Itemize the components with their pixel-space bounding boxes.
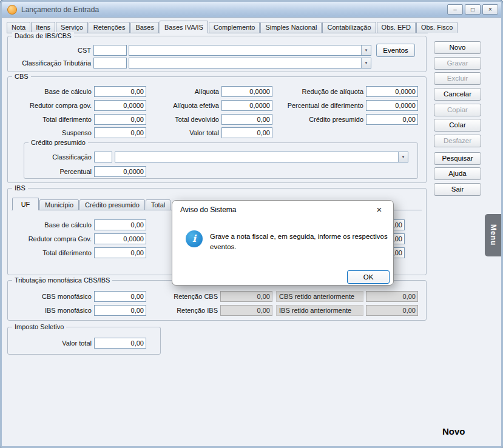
cbs-redutor-compra-gov-input[interactable]: 0,0000 <box>94 100 146 111</box>
ibs-total-diferimento-input[interactable]: 0,00 <box>94 247 146 258</box>
cbs-suspenso-input[interactable]: 0,00 <box>94 127 146 138</box>
close-icon[interactable]: × <box>482 4 498 15</box>
ibs-monofasico-label: IBS monofásico <box>14 305 92 316</box>
copiar-button[interactable]: Copiar <box>434 104 481 116</box>
ibs-base-de-calculo-input[interactable]: 0,00 <box>94 219 146 230</box>
maximize-icon[interactable]: □ <box>465 4 481 15</box>
ibs-redutor-compra-gov-input[interactable]: 0,0000 <box>94 233 146 244</box>
cbs-credito-presumido-label: Crédito presumido <box>275 114 363 125</box>
tab-itens[interactable]: Itens <box>31 22 55 33</box>
group-ibs-legend: IBS <box>12 184 28 192</box>
ibs-tab-total[interactable]: Total <box>146 199 170 210</box>
cbs-monofasico-input[interactable]: 0,00 <box>94 291 146 302</box>
group-imposto-seletivo-legend: Imposto Seletivo <box>12 323 66 331</box>
novo-button[interactable]: Novo <box>434 41 481 54</box>
pesquisar-button[interactable]: Pesquisar <box>434 152 481 165</box>
retencao-cbs-input[interactable]: 0,00 <box>220 291 272 302</box>
ibs-base-de-calculo-label: Base de cálculo <box>14 219 92 230</box>
cst-combobox[interactable]: ▼ <box>129 45 371 56</box>
cbs-aliquota-input[interactable]: 0,0000 <box>221 86 272 97</box>
app-window: Lançamento de Entrada – □ × Nota Itens S… <box>0 0 503 448</box>
cbs-credito-presumido-input[interactable]: 0,00 <box>366 114 418 125</box>
cbs-aliquota-efetiva-input[interactable]: 0,0000 <box>221 100 272 111</box>
tab-obs-fisco[interactable]: Obs. Fisco <box>416 22 458 33</box>
window-controls: – □ × <box>447 4 498 15</box>
tab-bases[interactable]: Bases <box>130 22 159 33</box>
cbs-retido-anteriormente-label: CBS retido anteriormente <box>276 291 363 302</box>
ibs-retido-anteriormente-label: IBS retido anteriormente <box>276 305 363 316</box>
retencao-cbs-label: Retenção CBS <box>155 291 218 302</box>
dropdown-arrow-icon[interactable]: ▼ <box>398 152 408 162</box>
dropdown-arrow-icon[interactable]: ▼ <box>361 58 371 68</box>
group-monofasica-legend: Tributação monofásica CBS/IBS <box>12 276 112 284</box>
tab-bar: Nota Itens Serviço Retenções Bases Bases… <box>7 21 428 33</box>
minimize-icon[interactable]: – <box>447 4 463 15</box>
classificacao-tributaria-label: Classificação Tributária <box>14 58 91 69</box>
ibs-monofasico-input[interactable]: 0,00 <box>94 305 146 316</box>
cancelar-button[interactable]: Cancelar <box>434 88 481 101</box>
ok-button[interactable]: OK <box>347 270 390 284</box>
classificacao-tributaria-combobox[interactable]: ▼ <box>129 58 371 69</box>
window-titlebar[interactable]: Lançamento de Entrada – □ × <box>2 2 501 18</box>
cbs-aliquota-label: Alíquota <box>149 86 219 97</box>
menu-slide-tab[interactable]: Menu <box>485 214 501 256</box>
cbs-valor-total-input[interactable]: 0,00 <box>221 127 272 138</box>
colar-button[interactable]: Colar <box>434 119 481 132</box>
cbs-total-devolvido-input[interactable]: 0,00 <box>221 114 272 125</box>
cbs-percentual-diferimento-label: Percentual de diferimento <box>275 100 363 111</box>
cbs-retido-anteriormente-input[interactable]: 0,00 <box>366 291 418 302</box>
cp-classificacao-code-input[interactable] <box>94 152 112 162</box>
system-notice-dialog: Aviso do Sistema × i Grave a nota fiscal… <box>172 200 394 286</box>
tab-bases-iva-is[interactable]: Bases IVA/IS <box>160 21 208 33</box>
cbs-base-de-calculo-label: Base de cálculo <box>14 86 92 97</box>
desfazer-button[interactable]: Desfazer <box>434 135 481 147</box>
ibs-tab-bar: Município Crédito presumido Total <box>39 199 170 210</box>
tab-contabilizacao[interactable]: Contabilização <box>322 22 376 33</box>
cp-classificacao-label: Classificação <box>29 152 92 162</box>
sair-button[interactable]: Sair <box>434 183 481 196</box>
classificacao-tributaria-code-input[interactable] <box>93 58 127 69</box>
cbs-total-devolvido-label: Total devolvido <box>149 114 219 125</box>
ibs-retido-anteriormente-input[interactable]: 0,00 <box>366 305 418 316</box>
eventos-button[interactable]: Eventos <box>376 44 415 57</box>
dialog-message: Grave a nota fiscal e, em seguida, infor… <box>210 232 399 252</box>
tab-nota[interactable]: Nota <box>7 22 30 33</box>
tab-complemento[interactable]: Complemento <box>209 22 260 33</box>
cp-classificacao-combobox[interactable]: ▼ <box>115 152 408 162</box>
ibs-tab-uf[interactable]: UF <box>12 198 39 210</box>
cst-label: CST <box>14 45 91 56</box>
cbs-aliquota-efetiva-label: Alíquota efetiva <box>149 100 219 111</box>
excluir-button[interactable]: Excluir <box>434 72 481 85</box>
cbs-base-de-calculo-input[interactable]: 0,00 <box>94 86 146 97</box>
tab-simples-nacional[interactable]: Simples Nacional <box>260 22 322 33</box>
ibs-redutor-compra-gov-label: Redutor compra Gov. <box>14 233 92 244</box>
tab-servico[interactable]: Serviço <box>56 22 88 33</box>
tab-obs-efd[interactable]: Obs. EFD <box>377 22 416 33</box>
ibs-tab-municipio[interactable]: Município <box>39 199 79 210</box>
cbs-percentual-diferimento-input[interactable]: 0,0000 <box>366 100 418 111</box>
seletivo-valor-total-label: Valor total <box>14 338 92 349</box>
ajuda-button[interactable]: Ajuda <box>434 167 481 180</box>
cbs-total-diferimento-input[interactable]: 0,00 <box>94 114 146 125</box>
cbs-valor-total-label: Valor total <box>149 127 219 138</box>
cbs-reducao-aliquota-input[interactable]: 0,0000 <box>366 86 418 97</box>
status-mode-label: Novo <box>442 426 465 436</box>
window-title: Lançamento de Entrada <box>21 2 99 18</box>
group-cbs-legend: CBS <box>12 73 31 81</box>
cbs-reducao-aliquota-label: Redução de alíquota <box>275 86 363 97</box>
seletivo-valor-total-input[interactable]: 0,00 <box>94 338 146 349</box>
info-icon: i <box>186 230 203 247</box>
dropdown-arrow-icon[interactable]: ▼ <box>361 45 371 55</box>
cst-code-input[interactable] <box>93 45 127 56</box>
cbs-total-diferimento-label: Total diferimento <box>14 114 92 125</box>
gravar-button[interactable]: Gravar <box>434 57 481 70</box>
tab-retencoes[interactable]: Retenções <box>89 22 130 33</box>
dialog-close-icon[interactable]: × <box>373 204 386 216</box>
retencao-ibs-label: Retenção IBS <box>155 305 218 316</box>
retencao-ibs-input[interactable]: 0,00 <box>220 305 272 316</box>
cp-percentual-label: Percentual <box>29 166 92 177</box>
dialog-title: Aviso do Sistema <box>180 206 237 214</box>
ibs-tab-credito-presumido[interactable]: Crédito presumido <box>79 199 145 210</box>
cp-percentual-input[interactable]: 0,0000 <box>94 166 146 177</box>
ibs-total-diferimento-label: Total diferimento <box>14 247 92 258</box>
